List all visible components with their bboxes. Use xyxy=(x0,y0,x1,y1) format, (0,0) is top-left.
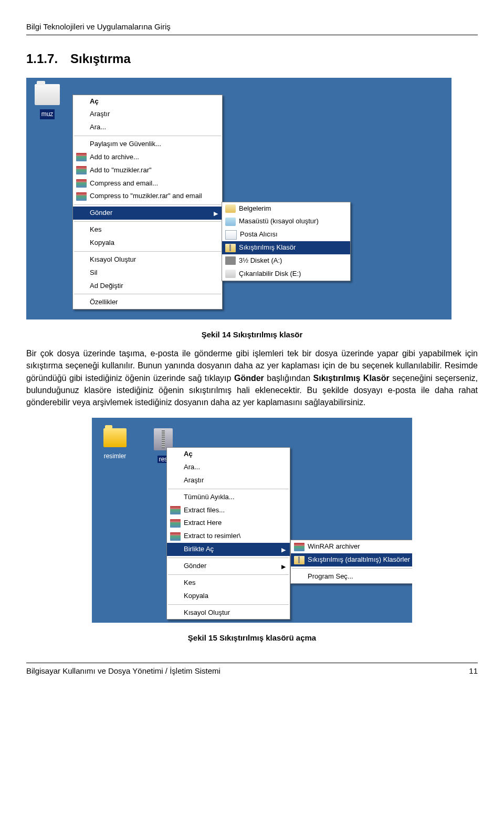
sendto-mail-label: Posta Alıcısı xyxy=(240,230,278,240)
zipmenu-openwith[interactable]: Birlikte Aç▶ xyxy=(167,543,290,556)
separator xyxy=(74,294,221,294)
folder-muzikler[interactable]: muz xyxy=(33,84,62,119)
sendto-desktop[interactable]: Masaüstü (kısayol oluştur) xyxy=(222,215,350,228)
rar-icon xyxy=(76,166,87,174)
sendto-floppy-label: 3½ Disket (A:) xyxy=(239,256,282,266)
folder-icon xyxy=(103,428,127,447)
openwith-choose[interactable]: Program Seç... xyxy=(291,570,412,583)
menu-rename[interactable]: Ad Değiştir xyxy=(73,280,222,293)
menu-search[interactable]: Ara... xyxy=(73,121,222,134)
menu-copy-label: Kopyala xyxy=(90,238,114,248)
mail-icon xyxy=(225,230,237,240)
menu-delete[interactable]: Sil xyxy=(73,266,222,280)
menu-add-muzikler[interactable]: Add to "muzikler.rar" xyxy=(73,164,222,177)
menu-delete-label: Sil xyxy=(90,268,97,278)
context-menu-zip: Aç Ara... Araştır Tümünü Ayıkla... Extra… xyxy=(166,447,290,620)
zipmenu-extractto[interactable]: Extract to resimler\ xyxy=(167,530,290,543)
rar-icon xyxy=(76,192,87,201)
section-number: 1.1.7. xyxy=(26,50,58,68)
page-number: 11 xyxy=(469,665,478,677)
separator xyxy=(292,568,412,569)
paragraph-compression: Bir çok dosya üzerinde taşıma, e-posta i… xyxy=(26,347,478,408)
openwith-compressed[interactable]: Sıkıştırılmış (daraltılmış) Klasörler xyxy=(291,553,412,566)
folder-resimler-label: resimler xyxy=(104,452,127,460)
section-heading: 1.1.7. Sıkıştırma xyxy=(26,50,478,68)
section-title: Sıkıştırma xyxy=(70,50,131,68)
sendto-mydocs[interactable]: Belgelerim xyxy=(222,202,350,215)
separator xyxy=(74,221,221,222)
footer-text: Bilgisayar Kullanımı ve Dosya Yönetimi /… xyxy=(26,665,220,677)
menu-search-label: Ara... xyxy=(90,122,106,132)
openwith-winrar[interactable]: WinRAR archiver xyxy=(291,540,412,553)
folder-icon xyxy=(35,84,60,105)
folder-label: muz xyxy=(40,109,55,119)
openwith-choose-label: Program Seç... xyxy=(308,572,353,582)
menu-sharing[interactable]: Paylaşım ve Güvenlik... xyxy=(73,138,222,151)
rar-icon xyxy=(294,543,304,551)
page-header: Bilgi Teknolojileri ve Uygulamalarına Gi… xyxy=(26,21,478,35)
menu-send[interactable]: Gönder▶ xyxy=(73,207,222,220)
separator xyxy=(168,604,289,605)
menu-properties[interactable]: Özellikler xyxy=(73,296,222,309)
menu-compress-muzikler-email-label: Compress to "muzikler.rar" and email xyxy=(90,191,202,201)
separator xyxy=(74,251,221,252)
zip-folder-icon xyxy=(225,244,236,252)
sendto-mail[interactable]: Posta Alıcısı xyxy=(222,228,350,241)
zipmenu-explore-label: Araştır xyxy=(184,476,204,486)
menu-open-label: Aç xyxy=(90,97,99,107)
menu-compress-email[interactable]: Compress and email... xyxy=(73,177,222,190)
menu-open[interactable]: Aç xyxy=(73,95,222,108)
rar-icon xyxy=(76,179,87,188)
folder-resimler[interactable]: resimler xyxy=(99,428,131,461)
zipmenu-copy[interactable]: Kopyala xyxy=(167,590,290,603)
figure-14-caption: Şekil 14 Sıkıştırılmış klasör xyxy=(26,329,478,341)
menu-explore[interactable]: Araştır xyxy=(73,108,222,121)
openwith-winrar-label: WinRAR archiver xyxy=(308,542,360,552)
zipmenu-search-label: Ara... xyxy=(184,462,200,472)
desktop-icon xyxy=(225,218,236,226)
zipmenu-explore[interactable]: Araştır xyxy=(167,474,290,487)
separator xyxy=(74,136,221,136)
zipmenu-cut-label: Kes xyxy=(184,578,195,588)
zipmenu-shortcut[interactable]: Kısayol Oluştur xyxy=(167,606,290,620)
zipmenu-extractto-label: Extract to resimler\ xyxy=(184,531,240,541)
separator xyxy=(168,558,289,558)
zip-folder-icon xyxy=(294,556,304,564)
menu-cut-label: Kes xyxy=(90,225,101,235)
menu-send-label: Gönder xyxy=(90,208,112,218)
zipmenu-open-label: Aç xyxy=(184,449,193,459)
zipmenu-search[interactable]: Ara... xyxy=(167,461,290,474)
zipmenu-shortcut-label: Kısayol Oluştur xyxy=(184,608,230,618)
submenu-arrow-icon: ▶ xyxy=(281,546,286,554)
openwith-compressed-label: Sıkıştırılmış (daraltılmış) Klasörler xyxy=(308,555,410,565)
menu-sharing-label: Paylaşım ve Güvenlik... xyxy=(90,139,161,149)
menu-copy[interactable]: Kopyala xyxy=(73,236,222,250)
desktop-area: muz Aç Araştır Ara... Paylaşım ve Güvenl… xyxy=(26,78,452,319)
context-menu-sendto: Belgelerim Masaüstü (kısayol oluştur) Po… xyxy=(222,202,351,281)
zipmenu-extracthere-label: Extract Here xyxy=(184,518,222,528)
zipmenu-cut[interactable]: Kes xyxy=(167,576,290,590)
drive-icon xyxy=(225,270,236,278)
zipmenu-extractall[interactable]: Tümünü Ayıkla... xyxy=(167,491,290,504)
zipmenu-extractfiles-label: Extract files... xyxy=(184,506,225,516)
menu-compress-muzikler-email[interactable]: Compress to "muzikler.rar" and email xyxy=(73,190,222,203)
menu-cut[interactable]: Kes xyxy=(73,223,222,236)
menu-shortcut-label: Kısayol Oluştur xyxy=(90,255,136,265)
menu-shortcut[interactable]: Kısayol Oluştur xyxy=(73,253,222,266)
sendto-floppy[interactable]: 3½ Disket (A:) xyxy=(222,254,350,267)
separator xyxy=(168,489,289,489)
zipmenu-open[interactable]: Aç xyxy=(167,448,290,461)
submenu-arrow-icon: ▶ xyxy=(214,210,218,218)
sendto-desktop-label: Masaüstü (kısayol oluştur) xyxy=(239,217,319,226)
menu-add-archive[interactable]: Add to archive... xyxy=(73,151,222,164)
zipmenu-send-label: Gönder xyxy=(184,561,206,571)
zipmenu-extractfiles[interactable]: Extract files... xyxy=(167,504,290,517)
sendto-compressed[interactable]: Sıkıştırılmış Klasör xyxy=(222,241,350,254)
context-menu-openwith: WinRAR archiver Sıkıştırılmış (daraltılm… xyxy=(290,540,412,584)
rar-icon xyxy=(170,532,181,541)
zipmenu-extracthere[interactable]: Extract Here xyxy=(167,517,290,530)
zipmenu-openwith-label: Birlikte Aç xyxy=(184,544,214,554)
menu-explore-label: Araştır xyxy=(90,109,110,119)
sendto-removable[interactable]: Çıkarılabilir Disk (E:) xyxy=(222,267,350,281)
zipmenu-send[interactable]: Gönder▶ xyxy=(167,560,290,573)
